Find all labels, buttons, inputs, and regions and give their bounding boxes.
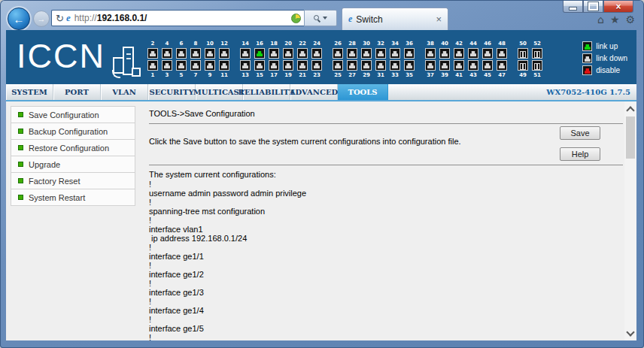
tab-multicast[interactable]: MULTICAST: [196, 84, 243, 100]
port-44[interactable]: [468, 48, 478, 59]
port-48[interactable]: [497, 48, 507, 59]
port-group: 50495251: [518, 40, 546, 79]
port-11[interactable]: [219, 60, 229, 71]
legend-down-icon: [582, 53, 592, 63]
port-3[interactable]: [162, 60, 172, 71]
port-20[interactable]: [283, 48, 293, 59]
port-50[interactable]: [518, 48, 528, 59]
port-number: 40: [441, 40, 448, 47]
tab-reliability[interactable]: RELIABILITY: [243, 84, 290, 100]
port-10[interactable]: [205, 48, 215, 59]
sidebar-item-upgrade[interactable]: Upgrade: [11, 156, 135, 173]
port-52[interactable]: [532, 48, 542, 59]
port-30[interactable]: [361, 48, 372, 59]
port-18[interactable]: [269, 48, 279, 59]
port-24[interactable]: [311, 48, 322, 59]
search-dropdown[interactable]: [304, 10, 337, 26]
port-number: 10: [206, 40, 214, 47]
port-column: 4443: [468, 40, 478, 79]
settings-gear-icon[interactable]: ⚙: [625, 14, 635, 26]
port-8[interactable]: [190, 48, 201, 59]
refresh-icon[interactable]: ↻: [56, 13, 64, 24]
sidebar-item-backup-configuration[interactable]: Backup Configuration: [11, 123, 135, 140]
port-46[interactable]: [482, 48, 493, 59]
tab-security[interactable]: SECURITY: [148, 84, 196, 100]
security-zone-icon[interactable]: [291, 14, 301, 23]
back-icon: ←: [14, 13, 25, 26]
browser-tab[interactable]: e Switch ×: [342, 8, 448, 30]
port-1[interactable]: [147, 60, 158, 71]
port-42[interactable]: [454, 48, 464, 59]
sidebar-item-system-restart[interactable]: System Restart: [11, 189, 135, 206]
port-34[interactable]: [390, 48, 400, 59]
port-43[interactable]: [468, 60, 478, 71]
scrollbar-thumb[interactable]: [626, 117, 635, 159]
port-29[interactable]: [361, 60, 372, 71]
port-number: 22: [299, 40, 306, 47]
port-37[interactable]: [425, 60, 436, 71]
port-15[interactable]: [254, 60, 265, 71]
sidebar-item-factory-reset[interactable]: Factory Reset: [11, 172, 135, 189]
port-9[interactable]: [205, 60, 215, 71]
port-column: 3837: [425, 40, 436, 79]
port-31[interactable]: [375, 60, 386, 71]
port-27[interactable]: [347, 60, 357, 71]
scrollbar[interactable]: [624, 101, 636, 340]
sidebar-item-save-configuration[interactable]: Save Configuration: [11, 106, 135, 123]
port-12[interactable]: [219, 48, 229, 59]
port-39[interactable]: [439, 60, 450, 71]
port-36[interactable]: [404, 48, 415, 59]
tab-vlan[interactable]: VLAN: [101, 84, 148, 100]
home-icon[interactable]: ⌂: [597, 14, 604, 26]
port-41[interactable]: [454, 60, 464, 71]
port-35[interactable]: [404, 60, 415, 71]
save-button[interactable]: Save: [560, 126, 600, 140]
port-38[interactable]: [425, 48, 436, 59]
port-13[interactable]: [240, 60, 251, 71]
port-5[interactable]: [176, 60, 187, 71]
port-47[interactable]: [497, 60, 507, 71]
port-number: 6: [180, 40, 184, 47]
tab-port[interactable]: PORT: [53, 84, 101, 100]
port-22[interactable]: [297, 48, 308, 59]
favorites-star-icon[interactable]: ★: [610, 14, 620, 26]
port-25[interactable]: [333, 60, 343, 71]
port-4[interactable]: [162, 48, 172, 59]
sidebar-item-restore-configuration[interactable]: Restore Configuration: [11, 139, 135, 156]
port-6[interactable]: [176, 48, 187, 59]
port-45[interactable]: [482, 60, 493, 71]
tab-tools[interactable]: TOOLS: [338, 84, 388, 100]
scroll-down-button[interactable]: [624, 327, 636, 339]
port-number: 44: [469, 40, 477, 47]
port-number: 28: [348, 40, 356, 47]
port-17[interactable]: [269, 60, 279, 71]
port-26[interactable]: [333, 48, 343, 59]
port-column: 3231: [375, 40, 386, 79]
scroll-up-button[interactable]: [624, 103, 636, 115]
port-40[interactable]: [439, 48, 450, 59]
port-33[interactable]: [390, 60, 400, 71]
port-number: 14: [242, 40, 249, 47]
brand-building-icon: [113, 47, 143, 78]
port-14[interactable]: [240, 48, 251, 59]
port-49[interactable]: [518, 60, 528, 71]
address-bar[interactable]: ↻ e http://192.168.0.1/: [51, 10, 304, 26]
tab-advanced[interactable]: ADVANCED: [290, 84, 338, 100]
help-button[interactable]: Help: [560, 147, 600, 161]
port-19[interactable]: [283, 60, 293, 71]
port-23[interactable]: [311, 60, 322, 71]
back-button[interactable]: ←: [8, 8, 30, 30]
port-16[interactable]: [254, 48, 265, 59]
port-32[interactable]: [375, 48, 386, 59]
port-2[interactable]: [147, 48, 158, 59]
port-21[interactable]: [297, 60, 308, 71]
tab-close-icon[interactable]: ×: [436, 14, 442, 24]
tab-system[interactable]: SYSTEM: [6, 84, 53, 100]
port-28[interactable]: [347, 48, 357, 59]
forward-button[interactable]: →: [33, 11, 50, 27]
port-number: 24: [313, 40, 320, 47]
port-7[interactable]: [190, 60, 201, 71]
port-51[interactable]: [532, 60, 542, 71]
sidebar-item-label: Save Configuration: [29, 110, 99, 120]
legend-disable: disable: [582, 65, 627, 76]
